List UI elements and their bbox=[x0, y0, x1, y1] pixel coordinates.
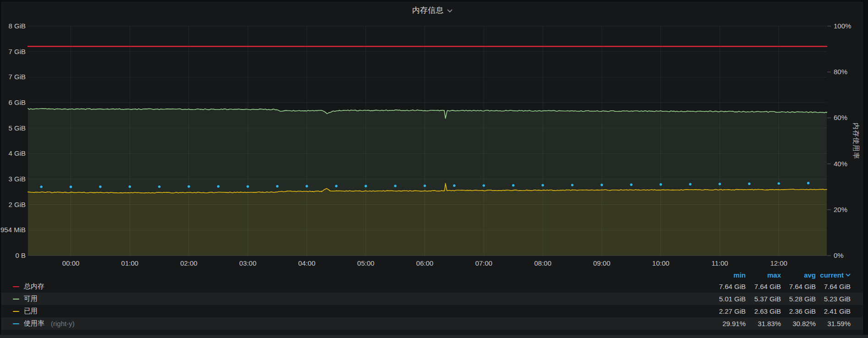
legend-row-usage-rate: 使用率 (right-y) 29.91% 31.83% 30.82% 31.59… bbox=[1, 317, 863, 330]
legend-value-current: 7.64 GiB bbox=[816, 283, 851, 290]
y-axis-right-label: 40% bbox=[834, 160, 847, 168]
y-axis-left-label: 6 GiB bbox=[0, 98, 26, 107]
legend-row-available: 可用 5.01 GiB 5.37 GiB 5.28 GiB 5.23 GiB bbox=[1, 293, 863, 305]
right-axis-title: 内存使用率 bbox=[852, 123, 860, 159]
legend-value-avg: 2.36 GiB bbox=[781, 307, 816, 315]
x-axis-label: 04:00 bbox=[290, 259, 323, 267]
legend-header-avg[interactable]: avg bbox=[781, 271, 816, 279]
y-axis-right-label: 100% bbox=[834, 22, 851, 30]
x-axis-label: 10:00 bbox=[644, 259, 677, 267]
series-name-total-memory[interactable]: 总内存 bbox=[24, 282, 44, 291]
series-point-usage-rate bbox=[99, 185, 101, 188]
legend-header-max[interactable]: max bbox=[746, 271, 781, 279]
series-name-usage-rate[interactable]: 使用率 bbox=[24, 319, 44, 328]
series-point-usage-rate bbox=[660, 183, 662, 185]
series-point-usage-rate bbox=[778, 182, 780, 185]
series-point-usage-rate bbox=[129, 185, 131, 188]
x-axis-label: 07:00 bbox=[467, 259, 500, 267]
memory-usage-chart bbox=[0, 0, 868, 270]
legend-header-row: min max avg current bbox=[1, 269, 863, 280]
legend-value-current: 5.23 GiB bbox=[816, 295, 851, 303]
legend-value-max: 31.83% bbox=[746, 320, 781, 327]
series-point-usage-rate bbox=[276, 185, 278, 187]
series-point-usage-rate bbox=[394, 185, 396, 187]
legend-value-current: 31.59% bbox=[816, 320, 851, 327]
x-axis-label: 06:00 bbox=[408, 259, 441, 267]
y-axis-left-label: 2 GiB bbox=[0, 201, 26, 209]
series-swatch-usage-rate[interactable] bbox=[13, 323, 19, 324]
legend-value-avg: 5.28 GiB bbox=[781, 295, 816, 303]
series-point-usage-rate bbox=[512, 184, 514, 186]
series-point-usage-rate bbox=[483, 184, 485, 186]
series-point-usage-rate bbox=[601, 184, 603, 186]
series-point-usage-rate bbox=[40, 185, 43, 188]
x-axis-label: 05:00 bbox=[349, 259, 382, 267]
x-axis-label: 08:00 bbox=[526, 259, 559, 267]
series-area-used bbox=[28, 183, 827, 256]
x-axis-label: 12:00 bbox=[762, 259, 795, 267]
y-axis-right-label: 60% bbox=[834, 114, 847, 122]
legend-header-current-label[interactable]: current bbox=[820, 271, 844, 279]
y-axis-left-label: 3 GiB bbox=[0, 175, 26, 183]
x-axis-label: 00:00 bbox=[55, 259, 87, 267]
series-point-usage-rate bbox=[719, 183, 721, 185]
legend-value-current: 2.41 GiB bbox=[816, 307, 851, 315]
legend-header-min[interactable]: min bbox=[710, 271, 746, 279]
series-point-usage-rate bbox=[306, 185, 308, 187]
legend-value-min: 5.01 GiB bbox=[710, 295, 746, 303]
series-point-usage-rate bbox=[630, 183, 633, 185]
series-point-usage-rate bbox=[335, 185, 338, 187]
series-point-usage-rate bbox=[541, 184, 544, 186]
legend-value-avg: 7.64 GiB bbox=[781, 283, 816, 290]
legend-value-max: 7.64 GiB bbox=[746, 283, 781, 290]
series-point-usage-rate bbox=[571, 184, 573, 186]
series-axis-suffix: (right-y) bbox=[51, 320, 75, 327]
y-axis-left-label: 954 MiB bbox=[0, 226, 26, 234]
y-axis-left-label: 4 GiB bbox=[0, 149, 26, 158]
series-point-usage-rate bbox=[689, 183, 691, 185]
series-point-usage-rate bbox=[70, 185, 72, 188]
y-axis-left-label: 0 B bbox=[0, 251, 26, 260]
y-axis-right-label: 0% bbox=[834, 251, 844, 260]
y-axis-left-label: 7 GiB bbox=[0, 48, 26, 56]
series-point-usage-rate bbox=[807, 182, 809, 184]
page-bottom-strip bbox=[0, 335, 868, 338]
legend-value-avg: 30.82% bbox=[781, 320, 816, 327]
legend-table: min max avg current 总内存 7.64 GiB 7.64 Gi… bbox=[1, 269, 863, 330]
series-point-usage-rate bbox=[424, 185, 426, 187]
series-swatch-total-memory[interactable] bbox=[13, 286, 19, 287]
legend-header-current[interactable]: current bbox=[816, 271, 851, 279]
legend-row-used: 已用 2.27 GiB 2.63 GiB 2.36 GiB 2.41 GiB bbox=[1, 305, 863, 317]
legend-value-max: 5.37 GiB bbox=[746, 295, 781, 303]
legend-value-min: 7.64 GiB bbox=[710, 283, 746, 290]
x-axis-label: 11:00 bbox=[703, 259, 736, 267]
y-axis-right-label: 20% bbox=[834, 206, 847, 214]
series-point-usage-rate bbox=[246, 185, 249, 187]
legend-row-total-memory: 总内存 7.64 GiB 7.64 GiB 7.64 GiB 7.64 GiB bbox=[1, 280, 863, 293]
x-axis-label: 09:00 bbox=[585, 259, 618, 267]
series-point-usage-rate bbox=[158, 185, 160, 188]
legend-value-min: 29.91% bbox=[710, 320, 746, 327]
series-point-usage-rate bbox=[453, 185, 455, 187]
y-axis-left-label: 8 GiB bbox=[0, 22, 26, 30]
legend-value-max: 2.63 GiB bbox=[746, 307, 781, 315]
y-axis-left-label: 5 GiB bbox=[0, 124, 26, 132]
dashboard-page: 内存信息 0 B954 MiB2 GiB3 GiB4 GiB5 GiB6 GiB… bbox=[0, 0, 868, 338]
sort-chevron-down-icon bbox=[846, 273, 851, 277]
series-name-used[interactable]: 已用 bbox=[24, 307, 38, 316]
legend-value-min: 2.27 GiB bbox=[710, 307, 746, 315]
series-name-available[interactable]: 可用 bbox=[24, 294, 38, 303]
x-axis-label: 01:00 bbox=[113, 259, 146, 267]
y-axis-right-label: 80% bbox=[834, 68, 847, 76]
y-axis-left-label: 7 GiB bbox=[0, 73, 26, 81]
series-point-usage-rate bbox=[365, 185, 367, 187]
series-point-usage-rate bbox=[188, 185, 190, 187]
series-swatch-available[interactable] bbox=[13, 299, 19, 300]
x-axis-label: 03:00 bbox=[231, 259, 264, 267]
series-point-usage-rate bbox=[217, 185, 219, 187]
x-axis-label: 02:00 bbox=[172, 259, 205, 267]
series-point-usage-rate bbox=[748, 182, 750, 185]
series-swatch-used[interactable] bbox=[13, 311, 19, 312]
